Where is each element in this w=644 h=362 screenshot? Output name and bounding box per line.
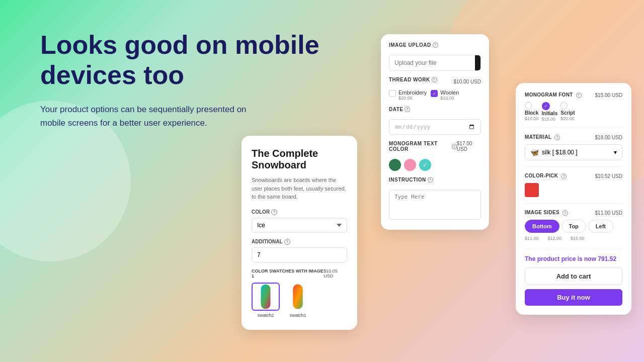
color-label: COLOR ? xyxy=(252,209,347,215)
embroidery-option[interactable]: Embroidery $20.00 xyxy=(389,89,427,101)
image-sides-section: IMAGE SIDES ? $11.00 USD Bottom Top Left… xyxy=(525,210,622,249)
material-icon: 🦋 xyxy=(530,148,539,156)
sides-left-button[interactable]: Left xyxy=(588,220,613,233)
font-block-radio[interactable] xyxy=(525,102,532,109)
color-select[interactable]: Ice Blue Red xyxy=(252,218,347,233)
swatch1-item[interactable]: swatch1 xyxy=(284,283,312,318)
monogram-font-section: MONOGRAM FONT ? $15.00 USD Block $10.00 … xyxy=(525,92,622,128)
monogram-color-title: MONOGRAM TEXT COLOR ? xyxy=(389,141,457,152)
font-initials-radio[interactable]: ✓ xyxy=(542,102,550,110)
font-script-radio[interactable] xyxy=(560,102,568,109)
instruction-section: INSTRUCTION ? xyxy=(389,177,481,222)
additional-input[interactable]: 7 xyxy=(252,247,347,262)
browse-button[interactable]: Browse xyxy=(475,55,481,70)
image-upload-info-icon: ? xyxy=(433,42,438,48)
swatch2-image[interactable] xyxy=(252,283,280,311)
sides-bottom-button[interactable]: Bottom xyxy=(525,220,559,233)
swatches-row: swatch2 sw xyxy=(252,283,347,318)
image-sides-buttons: Bottom Top Left xyxy=(525,220,622,233)
thread-options: Embroidery $20.00 ✓ Woolen $10.00 xyxy=(389,89,481,101)
image-upload-title: IMAGE UPLOAD ? xyxy=(389,42,438,48)
embroidery-checkbox[interactable] xyxy=(389,90,396,97)
upload-input[interactable] xyxy=(389,55,475,70)
material-info: ? xyxy=(554,135,560,140)
monogram-color-section: MONOGRAM TEXT COLOR ? $17.00 USD ✓ xyxy=(389,141,481,171)
material-select[interactable]: 🦋 silk [ $18.00 ] ▾ xyxy=(525,144,622,160)
product-title: The Complete Snowboard xyxy=(252,148,347,171)
swatch1-label: swatch1 xyxy=(289,313,306,318)
font-initials-label: Initials xyxy=(542,111,558,116)
color-pick-info: ? xyxy=(561,173,567,179)
sides-top-button[interactable]: Top xyxy=(561,220,586,233)
woolen-option[interactable]: ✓ Woolen $10.00 xyxy=(431,89,459,101)
svg-rect-0 xyxy=(261,284,271,309)
monogram-color-price: $17.00 USD xyxy=(457,141,481,156)
buy-now-button[interactable]: Buy it now xyxy=(525,289,622,306)
additional-label: ADDITIONAL ? xyxy=(252,239,347,245)
woolen-price: $10.00 xyxy=(440,96,459,101)
swatches-label: COLOR SWATCHES WITH IMAGE 1 $10.05 USD xyxy=(252,268,347,279)
color-pick-price: $10.52 USD xyxy=(595,173,622,179)
upload-row: Browse xyxy=(389,55,481,71)
instruction-header: INSTRUCTION ? xyxy=(389,177,481,187)
font-block-price: $10.00 xyxy=(525,116,539,121)
swatch2-label: swatch2 xyxy=(257,313,274,318)
material-price: $18.00 USD xyxy=(595,135,622,140)
color-dark-green[interactable] xyxy=(389,159,401,171)
sub-text: Your product options can be sequentially… xyxy=(40,103,252,130)
date-info-icon: ? xyxy=(405,107,410,112)
monogram-color-info: ? xyxy=(452,144,457,149)
color-info-icon: ? xyxy=(271,209,277,215)
thread-work-title: THREAD WORK ? xyxy=(389,77,437,82)
woolen-checkbox[interactable]: ✓ xyxy=(431,90,438,97)
swatch1-image[interactable] xyxy=(284,283,312,311)
material-dropdown-icon: ▾ xyxy=(614,149,617,156)
color-pick-box[interactable] xyxy=(525,183,539,197)
image-sides-header: IMAGE SIDES ? $11.00 USD xyxy=(525,210,622,216)
font-block-option[interactable]: Block $10.00 xyxy=(525,102,539,122)
image-upload-header: IMAGE UPLOAD ? xyxy=(389,42,481,52)
thread-work-section: THREAD WORK ? $10.00 USD Embroidery $20.… xyxy=(389,77,481,101)
swatch2-item[interactable]: swatch2 xyxy=(252,283,280,318)
date-title: DATE ? xyxy=(389,107,410,112)
image-sides-title: IMAGE SIDES ? xyxy=(525,210,568,216)
instruction-textarea[interactable] xyxy=(389,190,481,220)
font-initials-option[interactable]: ✓ Initials $15.00 xyxy=(542,102,558,122)
material-section: MATERIAL ? $18.00 USD 🦋 silk [ $18.00 ] … xyxy=(525,134,622,167)
add-to-cart-button[interactable]: Add to cart xyxy=(525,267,622,285)
monogram-font-info: ? xyxy=(576,93,582,98)
woolen-label: Woolen xyxy=(440,89,459,96)
color-pick-section: COLOR-PICK ? $10.52 USD xyxy=(525,173,622,204)
font-script-option[interactable]: Script $20.00 xyxy=(560,102,575,122)
sides-prices: $11.00 $12.00 $15.00 xyxy=(525,236,622,241)
font-block-label: Block xyxy=(525,110,538,116)
left-price: $15.00 xyxy=(571,236,585,241)
date-input[interactable] xyxy=(389,119,481,135)
image-sides-price: $11.00 USD xyxy=(595,210,622,216)
embroidery-price: $20.00 xyxy=(398,96,427,101)
thread-info-icon: ? xyxy=(432,77,437,82)
font-script-label: Script xyxy=(560,110,575,116)
monogram-font-title: MONOGRAM FONT ? xyxy=(525,92,582,98)
main-heading: Looks good on mobile devices too xyxy=(40,30,322,90)
color-swatches: ✓ xyxy=(389,159,481,171)
embroidery-label: Embroidery xyxy=(398,89,427,96)
material-header: MATERIAL ? $18.00 USD xyxy=(525,134,622,140)
monogram-font-price: $15.00 USD xyxy=(595,93,622,98)
font-script-price: $20.00 xyxy=(560,116,575,121)
left-section: Looks good on mobile devices too Your pr… xyxy=(40,30,322,130)
color-pick-title: COLOR-PICK ? xyxy=(525,173,567,179)
color-pick-header: COLOR-PICK ? $10.52 USD xyxy=(525,173,622,179)
image-sides-info: ? xyxy=(562,210,568,216)
color-teal-selected[interactable]: ✓ xyxy=(419,159,431,171)
upload-card: IMAGE UPLOAD ? Browse THREAD WORK ? $10.… xyxy=(381,34,489,230)
instruction-info: ? xyxy=(428,177,433,183)
date-section: DATE ? xyxy=(389,107,481,135)
mobile-card: The Complete Snowboard Snowboards are bo… xyxy=(242,136,357,330)
font-initials-price: $15.00 xyxy=(542,117,556,122)
svg-rect-1 xyxy=(293,284,303,309)
top-price: $12.00 xyxy=(548,236,562,241)
color-pink[interactable] xyxy=(404,159,416,171)
price-now-value: 791.52 xyxy=(598,255,616,262)
monogram-font-header: MONOGRAM FONT ? $15.00 USD xyxy=(525,92,622,98)
